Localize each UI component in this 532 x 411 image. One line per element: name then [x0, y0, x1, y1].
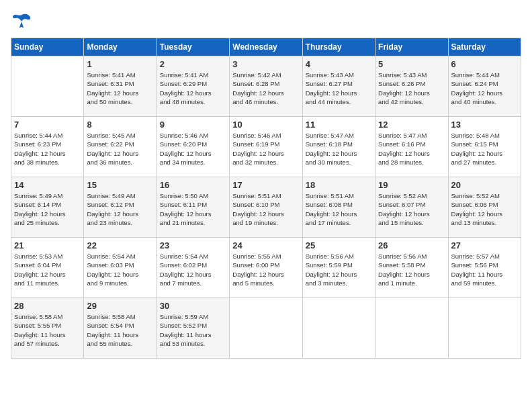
day-info: Sunrise: 5:58 AM Sunset: 5:54 PM Dayligh…	[87, 312, 153, 348]
day-info: Sunrise: 5:41 AM Sunset: 6:29 PM Dayligh…	[160, 71, 226, 106]
calendar-cell	[11, 56, 84, 117]
calendar-table: SundayMondayTuesdayWednesdayThursdayFrid…	[11, 38, 521, 359]
calendar-cell: 20Sunrise: 5:52 AM Sunset: 6:06 PM Dayli…	[448, 177, 521, 238]
day-number: 17	[232, 180, 299, 190]
day-number: 19	[378, 180, 445, 190]
day-info: Sunrise: 5:51 AM Sunset: 6:10 PM Dayligh…	[232, 191, 299, 227]
calendar-cell: 25Sunrise: 5:56 AM Sunset: 5:59 PM Dayli…	[302, 238, 375, 298]
day-info: Sunrise: 5:53 AM Sunset: 6:04 PM Dayligh…	[14, 252, 81, 287]
calendar-cell: 19Sunrise: 5:52 AM Sunset: 6:07 PM Dayli…	[375, 177, 448, 238]
day-info: Sunrise: 5:47 AM Sunset: 6:16 PM Dayligh…	[378, 131, 445, 167]
day-number: 11	[306, 120, 372, 130]
calendar-cell: 13Sunrise: 5:48 AM Sunset: 6:15 PM Dayli…	[448, 117, 521, 177]
day-number: 20	[451, 180, 518, 190]
calendar-week-3: 14Sunrise: 5:49 AM Sunset: 6:14 PM Dayli…	[11, 177, 521, 238]
day-info: Sunrise: 5:43 AM Sunset: 6:26 PM Dayligh…	[378, 71, 445, 106]
calendar-week-1: 1Sunrise: 5:41 AM Sunset: 6:31 PM Daylig…	[11, 56, 521, 117]
calendar-week-2: 7Sunrise: 5:44 AM Sunset: 6:23 PM Daylig…	[11, 117, 521, 177]
calendar-cell: 21Sunrise: 5:53 AM Sunset: 6:04 PM Dayli…	[11, 238, 84, 298]
calendar-cell: 14Sunrise: 5:49 AM Sunset: 6:14 PM Dayli…	[11, 177, 84, 238]
calendar-cell: 3Sunrise: 5:42 AM Sunset: 6:28 PM Daylig…	[230, 56, 302, 117]
column-header-saturday: Saturday	[448, 38, 521, 56]
calendar-cell: 7Sunrise: 5:44 AM Sunset: 6:23 PM Daylig…	[11, 117, 84, 177]
day-number: 10	[232, 120, 299, 130]
calendar-cell: 8Sunrise: 5:45 AM Sunset: 6:22 PM Daylig…	[84, 117, 157, 177]
calendar-cell: 10Sunrise: 5:46 AM Sunset: 6:19 PM Dayli…	[230, 117, 302, 177]
day-number: 26	[378, 240, 445, 250]
calendar-cell: 11Sunrise: 5:47 AM Sunset: 6:18 PM Dayli…	[302, 117, 375, 177]
column-header-sunday: Sunday	[11, 38, 84, 56]
day-number: 8	[87, 120, 153, 130]
day-number: 5	[378, 59, 445, 69]
day-info: Sunrise: 5:47 AM Sunset: 6:18 PM Dayligh…	[306, 131, 372, 167]
day-info: Sunrise: 5:56 AM Sunset: 5:59 PM Dayligh…	[306, 252, 372, 287]
day-number: 4	[306, 59, 372, 69]
day-info: Sunrise: 5:42 AM Sunset: 6:28 PM Dayligh…	[232, 71, 299, 106]
calendar-cell: 6Sunrise: 5:44 AM Sunset: 6:24 PM Daylig…	[448, 56, 521, 117]
calendar-cell: 9Sunrise: 5:46 AM Sunset: 6:20 PM Daylig…	[157, 117, 229, 177]
calendar-cell	[302, 298, 375, 359]
day-info: Sunrise: 5:56 AM Sunset: 5:58 PM Dayligh…	[378, 252, 445, 287]
day-info: Sunrise: 5:50 AM Sunset: 6:11 PM Dayligh…	[160, 191, 226, 227]
logo	[11, 11, 36, 32]
calendar-cell: 28Sunrise: 5:58 AM Sunset: 5:55 PM Dayli…	[11, 298, 84, 359]
day-info: Sunrise: 5:54 AM Sunset: 6:03 PM Dayligh…	[87, 252, 153, 287]
day-number: 7	[14, 120, 81, 130]
calendar-cell: 2Sunrise: 5:41 AM Sunset: 6:29 PM Daylig…	[157, 56, 229, 117]
column-header-tuesday: Tuesday	[157, 38, 229, 56]
calendar-cell: 17Sunrise: 5:51 AM Sunset: 6:10 PM Dayli…	[230, 177, 302, 238]
day-info: Sunrise: 5:45 AM Sunset: 6:22 PM Dayligh…	[87, 131, 153, 167]
calendar-cell	[230, 298, 302, 359]
calendar-cell: 27Sunrise: 5:57 AM Sunset: 5:56 PM Dayli…	[448, 238, 521, 298]
day-number: 28	[14, 301, 81, 311]
calendar-cell: 4Sunrise: 5:43 AM Sunset: 6:27 PM Daylig…	[302, 56, 375, 117]
logo-icon	[11, 11, 32, 32]
calendar-cell	[448, 298, 521, 359]
day-number: 23	[160, 240, 226, 250]
day-number: 30	[160, 301, 226, 311]
calendar-cell	[375, 298, 448, 359]
column-header-wednesday: Wednesday	[230, 38, 302, 56]
calendar-cell: 18Sunrise: 5:51 AM Sunset: 6:08 PM Dayli…	[302, 177, 375, 238]
day-number: 15	[87, 180, 153, 190]
calendar-cell: 1Sunrise: 5:41 AM Sunset: 6:31 PM Daylig…	[84, 56, 157, 117]
day-info: Sunrise: 5:48 AM Sunset: 6:15 PM Dayligh…	[451, 131, 518, 167]
calendar-cell: 30Sunrise: 5:59 AM Sunset: 5:52 PM Dayli…	[157, 298, 229, 359]
day-number: 14	[14, 180, 81, 190]
calendar-cell: 24Sunrise: 5:55 AM Sunset: 6:00 PM Dayli…	[230, 238, 302, 298]
page-header	[11, 11, 521, 32]
calendar-header-row: SundayMondayTuesdayWednesdayThursdayFrid…	[11, 38, 521, 56]
day-number: 27	[451, 240, 518, 250]
calendar-cell: 16Sunrise: 5:50 AM Sunset: 6:11 PM Dayli…	[157, 177, 229, 238]
calendar-cell: 5Sunrise: 5:43 AM Sunset: 6:26 PM Daylig…	[375, 56, 448, 117]
day-number: 2	[160, 59, 226, 69]
calendar-week-5: 28Sunrise: 5:58 AM Sunset: 5:55 PM Dayli…	[11, 298, 521, 359]
day-info: Sunrise: 5:49 AM Sunset: 6:14 PM Dayligh…	[14, 191, 81, 227]
day-info: Sunrise: 5:52 AM Sunset: 6:07 PM Dayligh…	[378, 191, 445, 227]
calendar-cell: 22Sunrise: 5:54 AM Sunset: 6:03 PM Dayli…	[84, 238, 157, 298]
day-info: Sunrise: 5:44 AM Sunset: 6:24 PM Dayligh…	[451, 71, 518, 106]
day-number: 29	[87, 301, 153, 311]
day-info: Sunrise: 5:44 AM Sunset: 6:23 PM Dayligh…	[14, 131, 81, 167]
calendar-week-4: 21Sunrise: 5:53 AM Sunset: 6:04 PM Dayli…	[11, 238, 521, 298]
calendar-cell: 26Sunrise: 5:56 AM Sunset: 5:58 PM Dayli…	[375, 238, 448, 298]
day-number: 16	[160, 180, 226, 190]
day-number: 13	[451, 120, 518, 130]
day-info: Sunrise: 5:43 AM Sunset: 6:27 PM Dayligh…	[306, 71, 372, 106]
day-number: 12	[378, 120, 445, 130]
day-info: Sunrise: 5:54 AM Sunset: 6:02 PM Dayligh…	[160, 252, 226, 287]
column-header-friday: Friday	[375, 38, 448, 56]
day-info: Sunrise: 5:52 AM Sunset: 6:06 PM Dayligh…	[451, 191, 518, 227]
day-number: 1	[87, 59, 153, 69]
day-number: 22	[87, 240, 153, 250]
day-number: 6	[451, 59, 518, 69]
day-number: 21	[14, 240, 81, 250]
day-number: 24	[232, 240, 299, 250]
calendar-cell: 23Sunrise: 5:54 AM Sunset: 6:02 PM Dayli…	[157, 238, 229, 298]
day-info: Sunrise: 5:46 AM Sunset: 6:19 PM Dayligh…	[232, 131, 299, 167]
calendar-cell: 29Sunrise: 5:58 AM Sunset: 5:54 PM Dayli…	[84, 298, 157, 359]
calendar-cell: 15Sunrise: 5:49 AM Sunset: 6:12 PM Dayli…	[84, 177, 157, 238]
day-info: Sunrise: 5:59 AM Sunset: 5:52 PM Dayligh…	[160, 312, 226, 348]
day-info: Sunrise: 5:41 AM Sunset: 6:31 PM Dayligh…	[87, 71, 153, 106]
day-number: 18	[306, 180, 372, 190]
